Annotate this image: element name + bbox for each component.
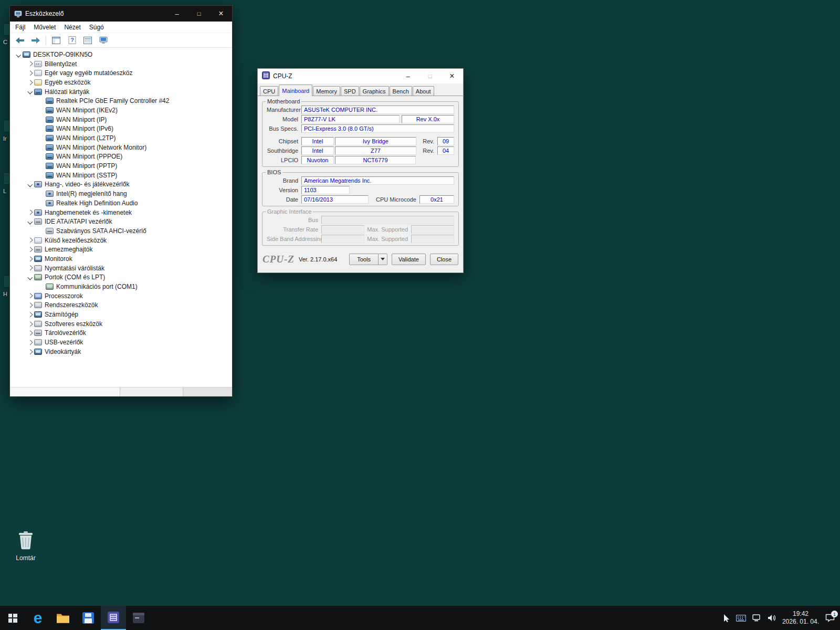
device-tree-item[interactable]: Lemezmeghajtók <box>10 245 232 254</box>
maximize-button[interactable] <box>188 6 210 22</box>
start-button[interactable] <box>0 606 25 630</box>
device-tree-item[interactable]: Szoftveres eszközök <box>10 319 232 329</box>
device-tree-item[interactable]: Nyomtatási várólisták <box>10 264 232 273</box>
device-manager-titlebar[interactable]: Eszközkezelő <box>10 6 232 22</box>
device-tree-item[interactable]: Realtek High Definition Audio <box>10 198 232 208</box>
help-icon[interactable]: ? <box>66 35 78 46</box>
expand-chevron-icon[interactable] <box>26 180 34 188</box>
taskbar-edge-button[interactable] <box>25 606 50 630</box>
tools-dropdown-button[interactable] <box>379 254 387 265</box>
device-tree-item[interactable]: Intel(R) megjelenítő hang <box>10 189 232 198</box>
device-tree-item[interactable]: Külső kezelőeszközök <box>10 236 232 245</box>
device-label: Számítógép <box>45 311 78 318</box>
menu-item[interactable]: Fájl <box>11 24 29 31</box>
device-tree-item[interactable]: Hálózati kártyák <box>10 87 232 97</box>
tab[interactable]: Graphics <box>360 86 389 96</box>
device-tree-item[interactable]: WAN Miniport (IPv6) <box>10 124 232 134</box>
window-title: Eszközkezelő <box>25 10 166 17</box>
volume-icon[interactable] <box>768 614 776 622</box>
device-tree-item[interactable]: WAN Miniport (IKEv2) <box>10 106 232 115</box>
tab[interactable]: SPD <box>341 86 359 96</box>
expand-chevron-icon[interactable] <box>26 60 34 68</box>
expand-chevron-icon[interactable] <box>26 273 34 281</box>
manufacturer-field: ASUSTeK COMPUTER INC. <box>301 106 454 114</box>
cpuz-titlebar[interactable]: CPU-Z <box>258 69 463 83</box>
taskbar-save-app-button[interactable] <box>76 606 101 630</box>
touch-keyboard-icon[interactable] <box>736 615 746 622</box>
minimize-button[interactable] <box>397 69 419 83</box>
device-tree-item[interactable]: Egér vagy egyéb mutatóeszköz <box>10 68 232 78</box>
expand-chevron-icon[interactable] <box>26 292 34 300</box>
device-tree-item[interactable]: Monitorok <box>10 254 232 264</box>
expand-chevron-icon[interactable] <box>26 348 34 356</box>
expand-chevron-icon[interactable] <box>26 338 34 346</box>
device-tree-item[interactable]: WAN Miniport (PPPOE) <box>10 152 232 162</box>
expand-chevron-icon[interactable] <box>26 78 34 87</box>
device-tree-item[interactable]: WAN Miniport (PPTP) <box>10 161 232 171</box>
tab[interactable]: Mainboard <box>279 85 312 96</box>
validate-button[interactable]: Validate <box>392 254 426 265</box>
device-tree-item[interactable]: WAN Miniport (L2TP) <box>10 133 232 143</box>
device-tree-item[interactable]: Hangbemenetek és -kimenetek <box>10 208 232 217</box>
expand-chevron-icon[interactable] <box>26 310 34 319</box>
minimize-button[interactable] <box>166 6 188 22</box>
device-tree-item[interactable]: Videokártyák <box>10 347 232 356</box>
maximize-button[interactable] <box>419 69 441 83</box>
back-arrow-icon[interactable] <box>14 35 26 46</box>
device-tree-item[interactable]: DESKTOP-O9IKN5O <box>10 50 232 59</box>
close-button[interactable] <box>441 69 463 83</box>
expand-chevron-icon[interactable] <box>26 217 34 226</box>
tab[interactable]: About <box>413 86 434 96</box>
properties-icon[interactable] <box>82 35 93 46</box>
recycle-bin-icon[interactable]: Lomtár <box>8 529 43 562</box>
menu-item[interactable]: Nézet <box>60 24 85 31</box>
expand-chevron-icon[interactable] <box>26 255 34 263</box>
device-tree-item[interactable]: Billentyűzet <box>10 59 232 69</box>
taskbar-console-app-button[interactable] <box>126 606 151 630</box>
device-tree-item[interactable]: USB-vezérlők <box>10 338 232 347</box>
expand-chevron-icon[interactable] <box>26 320 34 328</box>
device-tree-item[interactable]: Hang-, video- és játékvezérlők <box>10 180 232 190</box>
expand-chevron-icon[interactable] <box>26 208 34 217</box>
forward-arrow-icon[interactable] <box>30 35 41 46</box>
menu-item[interactable]: Súgó <box>85 24 108 31</box>
device-tree-item[interactable]: WAN Miniport (IP) <box>10 115 232 124</box>
device-tree-item[interactable]: Kommunikációs port (COM1) <box>10 282 232 291</box>
device-tree-item[interactable]: Realtek PCIe GbE Family Controller #42 <box>10 96 232 106</box>
device-tree-item[interactable]: Portok (COM és LPT) <box>10 273 232 282</box>
scan-hardware-icon[interactable] <box>98 35 109 46</box>
menu-item[interactable]: Művelet <box>29 24 60 31</box>
close-button[interactable] <box>210 6 232 22</box>
expand-chevron-icon[interactable] <box>26 301 34 309</box>
expand-chevron-icon[interactable] <box>26 329 34 337</box>
tab[interactable]: Memory <box>313 86 340 96</box>
taskbar-clock[interactable]: 19:42 2026. 01. 04. <box>782 610 819 626</box>
expand-chevron-icon[interactable] <box>14 50 23 59</box>
tab[interactable]: Bench <box>390 86 412 96</box>
action-center-button[interactable]: 1 <box>825 614 835 622</box>
device-tree-item[interactable]: WAN Miniport (SSTP) <box>10 171 232 180</box>
expand-chevron-icon[interactable] <box>26 236 34 245</box>
taskbar-cpuz-button[interactable] <box>101 606 126 630</box>
device-tree-item[interactable]: WAN Miniport (Network Monitor) <box>10 143 232 152</box>
device-tree-item[interactable]: Szabványos SATA AHCI-vezérlő <box>10 226 232 236</box>
device-tree-item[interactable]: Rendszereszközök <box>10 301 232 310</box>
expand-chevron-icon[interactable] <box>26 69 34 77</box>
pointer-icon[interactable] <box>723 614 730 622</box>
device-tree-item[interactable]: IDE ATA/ATAPI vezérlők <box>10 217 232 226</box>
device-tree-item[interactable]: Processzorok <box>10 291 232 301</box>
console-tree-icon[interactable] <box>50 35 62 46</box>
device-tree-item[interactable]: Egyéb eszközök <box>10 78 232 87</box>
tab[interactable]: CPU <box>260 86 278 96</box>
device-icon <box>34 274 42 280</box>
expand-chevron-icon[interactable] <box>26 264 34 272</box>
close-dialog-button[interactable]: Close <box>430 254 458 265</box>
tools-button[interactable]: Tools <box>349 254 379 265</box>
device-tree-item[interactable]: Tárolóvezérlők <box>10 329 232 338</box>
network-icon[interactable] <box>752 614 761 622</box>
expand-chevron-icon[interactable] <box>26 245 34 254</box>
expand-chevron-icon[interactable] <box>26 88 34 96</box>
device-icon <box>46 144 54 151</box>
device-tree-item[interactable]: Számítógép <box>10 310 232 319</box>
taskbar-explorer-button[interactable] <box>50 606 76 630</box>
